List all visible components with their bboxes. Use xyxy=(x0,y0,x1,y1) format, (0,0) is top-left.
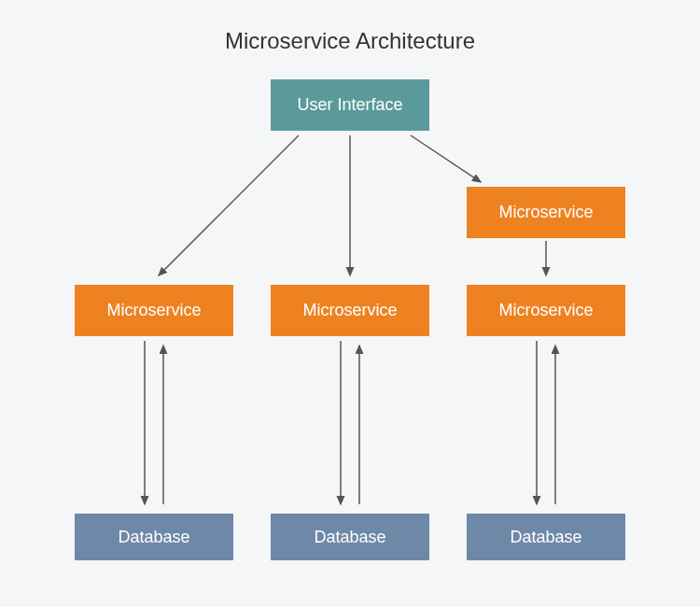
microservice-3-node: Microservice xyxy=(467,285,625,336)
user-interface-node: User Interface xyxy=(271,79,429,131)
microservice-top-node: Microservice xyxy=(467,187,625,238)
node-label: Database xyxy=(510,528,581,547)
arrow-ui-to-mstop xyxy=(411,135,481,182)
database-2-node: Database xyxy=(271,514,429,560)
diagram-title: Microservice Architecture xyxy=(0,0,700,54)
node-label: Microservice xyxy=(302,301,397,320)
database-3-node: Database xyxy=(467,514,625,560)
node-label: Database xyxy=(118,528,189,547)
node-label: Database xyxy=(314,528,385,547)
node-label: Microservice xyxy=(106,301,201,320)
microservice-1-node: Microservice xyxy=(75,285,233,336)
node-label: User Interface xyxy=(297,95,402,115)
microservice-2-node: Microservice xyxy=(271,285,429,336)
node-label: Microservice xyxy=(498,301,593,320)
database-1-node: Database xyxy=(75,514,233,560)
node-label: Microservice xyxy=(498,203,593,222)
arrow-ui-to-ms1 xyxy=(159,135,299,275)
